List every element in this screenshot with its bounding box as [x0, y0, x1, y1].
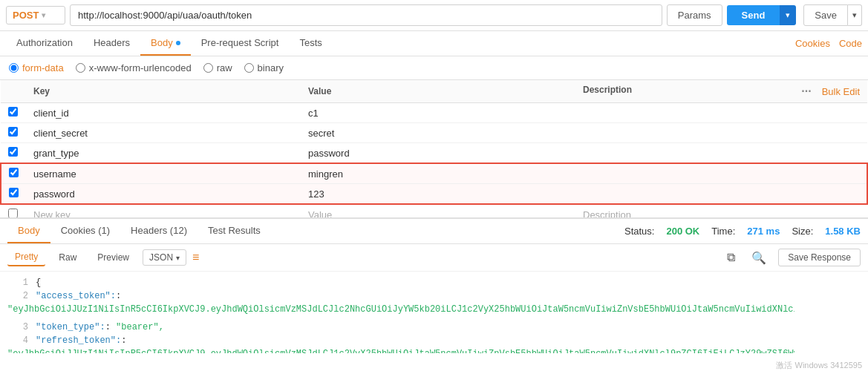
- th-checkbox: [1, 80, 26, 103]
- save-group: Save ▾: [803, 4, 862, 26]
- table-row: client_secret secret: [1, 123, 867, 143]
- row-checkbox-cell: [1, 143, 26, 164]
- tab-body-label: Body: [151, 37, 173, 48]
- bulk-edit-button[interactable]: Bulk Edit: [822, 86, 860, 97]
- new-row-desc: Description: [575, 204, 867, 217]
- row-checkbox[interactable]: [8, 107, 18, 117]
- tab-authorization[interactable]: Authorization: [6, 31, 83, 56]
- row-description: [575, 143, 867, 164]
- new-row-key[interactable]: New key: [26, 204, 301, 217]
- resp-tab-headers[interactable]: Headers (12): [120, 219, 198, 243]
- method-select[interactable]: POST ▾: [6, 6, 65, 24]
- tab-body[interactable]: Body: [140, 31, 191, 56]
- row-value[interactable]: secret: [301, 123, 575, 143]
- format-raw[interactable]: Raw: [51, 249, 84, 266]
- binary-label: binary: [258, 62, 284, 73]
- format-extra-icon: ≡: [192, 251, 199, 264]
- table-row: password 123: [1, 184, 867, 205]
- response-tabs: Body Cookies (1) Headers (12) Test Resul…: [0, 219, 868, 244]
- row-description: [575, 163, 867, 184]
- row-key[interactable]: grant_type: [26, 143, 301, 164]
- row-key[interactable]: password: [26, 184, 301, 205]
- th-desc-label: Description: [583, 85, 632, 95]
- radio-binary[interactable]: binary: [244, 62, 284, 73]
- format-chevron-icon: ▾: [176, 254, 180, 262]
- more-options-icon[interactable]: ···: [801, 85, 811, 98]
- new-row-value[interactable]: Value: [301, 204, 575, 217]
- form-data-label: form-data: [22, 62, 64, 73]
- tab-tests[interactable]: Tests: [289, 31, 332, 56]
- time-label: Time:: [711, 226, 735, 237]
- row-description: [575, 184, 867, 205]
- params-button[interactable]: Params: [667, 4, 722, 26]
- tab-pre-request[interactable]: Pre-request Script: [191, 31, 290, 56]
- row-checkbox[interactable]: [8, 127, 18, 137]
- row-key[interactable]: client_secret: [26, 123, 301, 143]
- code-line: 1{: [7, 276, 861, 289]
- code-line: 4"refresh_token":: "eyJhbGciOiJJUzI1NiIs…: [7, 334, 861, 353]
- row-checkbox[interactable]: [9, 188, 19, 197]
- code-link[interactable]: Code: [839, 38, 862, 49]
- resp-tab-test-results[interactable]: Test Results: [198, 219, 271, 243]
- row-checkbox-cell: [1, 103, 26, 123]
- status-label: Status:: [624, 226, 654, 237]
- urlencoded-label: x-www-form-urlencoded: [89, 62, 192, 73]
- size-label: Size:: [792, 226, 813, 237]
- code-line: 3"token_type":: "bearer",: [7, 321, 861, 334]
- method-chevron: ▾: [42, 11, 45, 19]
- format-pretty[interactable]: Pretty: [7, 249, 45, 266]
- copy-button[interactable]: ⧉: [722, 249, 740, 266]
- table-row: grant_type password: [1, 143, 867, 164]
- new-row-checkbox[interactable]: [8, 209, 18, 217]
- radio-form-data[interactable]: form-data: [9, 62, 64, 73]
- row-checkbox[interactable]: [9, 168, 19, 177]
- top-bar: POST ▾ Params Send ▾ Save ▾: [0, 0, 868, 31]
- response-status: Status: 200 OK Time: 271 ms Size: 1.58 K…: [624, 226, 861, 237]
- save-dropdown-button[interactable]: ▾: [848, 4, 862, 26]
- row-value[interactable]: 123: [301, 184, 575, 205]
- table-row: client_id c1: [1, 103, 867, 123]
- row-checkbox-cell: [1, 184, 26, 205]
- row-value[interactable]: password: [301, 143, 575, 164]
- body-dot: [176, 41, 180, 45]
- nav-right: Cookies Code: [795, 38, 862, 49]
- response-toolbar: Pretty Raw Preview JSON ▾ ≡ ⧉ 🔍 Save Res…: [0, 244, 868, 272]
- radio-raw[interactable]: raw: [203, 62, 232, 73]
- row-description: [575, 103, 867, 123]
- row-key[interactable]: client_id: [26, 103, 301, 123]
- table-row: username mingren: [1, 163, 867, 184]
- url-input[interactable]: [70, 4, 662, 26]
- save-response-button[interactable]: Save Response: [778, 249, 861, 266]
- th-key: Key: [26, 80, 301, 103]
- request-tabs: Authorization Headers Body Pre-request S…: [0, 31, 868, 56]
- row-checkbox-cell: [1, 163, 26, 184]
- send-button[interactable]: Send: [727, 5, 780, 25]
- params-table: Key Value Description ··· Bulk Edit clie…: [0, 80, 868, 217]
- row-value[interactable]: mingren: [301, 163, 575, 184]
- save-button[interactable]: Save: [803, 4, 848, 26]
- method-label: POST: [13, 10, 39, 21]
- resp-tab-body[interactable]: Body: [7, 219, 50, 243]
- row-checkbox[interactable]: [8, 147, 18, 157]
- format-type-select[interactable]: JSON ▾: [143, 249, 186, 266]
- row-value[interactable]: c1: [301, 103, 575, 123]
- time-value: 271 ms: [747, 226, 780, 237]
- resp-tab-cookies[interactable]: Cookies (1): [50, 219, 120, 243]
- new-row-checkbox-cell: [1, 204, 26, 217]
- send-dropdown-button[interactable]: ▾: [780, 5, 796, 25]
- send-group: Send ▾: [727, 5, 797, 25]
- status-value: 200 OK: [666, 226, 699, 237]
- watermark: 激活 Windows 3412595: [776, 360, 862, 371]
- search-button[interactable]: 🔍: [747, 249, 771, 266]
- tab-headers[interactable]: Headers: [83, 31, 140, 56]
- response-section: Body Cookies (1) Headers (12) Test Resul…: [0, 217, 868, 353]
- body-type-bar: form-data x-www-form-urlencoded raw bina…: [0, 56, 868, 80]
- size-value: 1.58 KB: [825, 226, 861, 237]
- raw-label: raw: [217, 62, 232, 73]
- params-table-wrapper: Key Value Description ··· Bulk Edit clie…: [0, 80, 868, 217]
- format-preview[interactable]: Preview: [90, 249, 137, 266]
- row-key[interactable]: username: [26, 163, 301, 184]
- response-code-area: 1{2"access_token":: "eyJhbGciOiJJUzI1NiI…: [0, 272, 868, 353]
- radio-urlencoded[interactable]: x-www-form-urlencoded: [76, 62, 192, 73]
- cookies-link[interactable]: Cookies: [795, 38, 830, 49]
